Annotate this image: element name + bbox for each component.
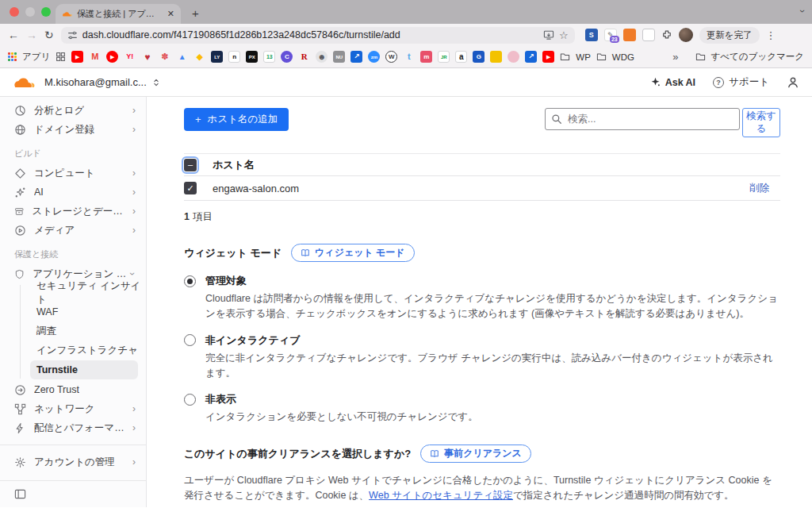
bookmark-folder-wdg[interactable]: WDG [612, 52, 634, 62]
sidebar-item-storage[interactable]: ストレージとデータベース› [0, 202, 146, 221]
arrow-blue-icon-2[interactable]: ↗ [525, 51, 537, 63]
bookmark-folder-wp[interactable]: WP [576, 52, 591, 62]
profile-avatar[interactable] [679, 28, 693, 42]
radio-option-noninteractive: 非インタラクティブ 完全に非インタラクティブなチャレンジです。ブラウザ チャレン… [184, 333, 780, 381]
ask-ai-button[interactable]: Ask AI [650, 77, 695, 88]
all-bookmarks-label[interactable]: すべてのブックマーク [711, 51, 804, 63]
amazon-icon[interactable]: a [455, 51, 467, 63]
cloudflare-favicon [62, 10, 72, 17]
radio-label: 非表示 [205, 392, 236, 406]
search-button[interactable]: 検索する [742, 108, 780, 137]
extension-notes-icon[interactable] [642, 29, 655, 41]
arrow-blue-icon[interactable]: ↗ [350, 51, 362, 63]
add-host-button[interactable]: + ホスト名の追加 [184, 108, 289, 131]
sidebar-item-delivery[interactable]: 配信とパフォーマンス› [0, 418, 146, 437]
heart-icon[interactable]: ♥ [141, 51, 153, 63]
tab-close-icon[interactable]: ✕ [167, 9, 174, 19]
column-header-hostname: ホスト名 [213, 158, 255, 172]
radio-label: 非インタラクティブ [205, 333, 300, 348]
jr-icon[interactable]: JR [438, 51, 450, 63]
nu-icon[interactable]: NU [333, 51, 345, 63]
note-icon[interactable]: n [228, 51, 240, 63]
bookmarks-overflow-icon[interactable]: » [672, 51, 678, 63]
sidebar-item-zero-trust[interactable]: Zero Trust [0, 380, 146, 399]
preclearance-doc-badge[interactable]: 事前クリアランス [420, 444, 531, 463]
user-icon[interactable] [787, 76, 799, 89]
diamond-icon [14, 167, 26, 179]
help-icon: ? [713, 77, 724, 88]
yellow-icon[interactable] [490, 51, 502, 63]
sidebar-subgroup: セキュリティ インサイト WAF 調査 インフラストラクチャ Turnstile [0, 283, 146, 380]
widget-mode-doc-badge[interactable]: ウィジェット モード [291, 244, 415, 262]
zoom-window-button[interactable] [41, 7, 51, 17]
site-settings-icon[interactable] [67, 30, 78, 40]
g-blue-icon[interactable]: G [473, 51, 485, 63]
radio-managed[interactable] [184, 275, 196, 287]
row-checkbox[interactable]: ✓ [184, 182, 197, 194]
security-settings-link[interactable]: Web サイトのセキュリティ設定 [369, 490, 513, 501]
browser-tab[interactable]: 保護と接続 | アプリケーション セ ✕ [56, 4, 181, 24]
wordpress-icon[interactable]: W [385, 51, 397, 63]
rakuten-icon[interactable]: R [298, 51, 310, 63]
sidebar-item-investigate[interactable]: 調査 [0, 321, 146, 341]
grid-icon[interactable] [56, 52, 66, 62]
cast-icon[interactable] [543, 30, 554, 40]
cloudflare-logo [13, 75, 36, 89]
account-chevron-icon[interactable] [152, 77, 160, 88]
youtube-icon-2[interactable]: ▶ [542, 51, 554, 63]
ly-icon[interactable]: LY [211, 51, 223, 63]
extensions-puzzle-icon[interactable] [661, 29, 672, 40]
extension-pen-icon[interactable]: ✎23 [604, 29, 617, 41]
flower-icon[interactable]: ✽ [159, 51, 170, 63]
apps-grid-icon[interactable] [8, 52, 17, 61]
search-input[interactable] [545, 108, 740, 130]
youtube-round-icon[interactable]: ▶ [106, 51, 118, 63]
google-photos-icon[interactable]: ◆ [193, 51, 205, 63]
browser-menu-icon[interactable]: ⋮ [766, 29, 776, 41]
face-icon[interactable]: ☻ [316, 51, 327, 63]
zoom-icon[interactable]: zm [368, 51, 380, 63]
sidebar-item-network[interactable]: ネットワーク› [0, 399, 146, 418]
delete-link[interactable]: 削除 [749, 182, 780, 195]
radio-invisible[interactable] [184, 394, 196, 406]
back-icon[interactable]: ← [8, 29, 19, 40]
c-circle-icon[interactable]: C [281, 51, 293, 63]
support-button[interactable]: ? サポート [713, 75, 769, 89]
bookmark-star-icon[interactable]: ☆ [559, 29, 569, 41]
sidebar-item-security-insights[interactable]: セキュリティ インサイト [0, 283, 146, 302]
thirteen-icon[interactable]: 13 [263, 51, 275, 63]
sidebar-item-turnstile[interactable]: Turnstile [30, 360, 138, 379]
sidebar-item-compute[interactable]: コンピュート› [0, 164, 146, 183]
collapse-panel-icon [14, 488, 26, 500]
sidebar-item-media[interactable]: メディア› [0, 221, 146, 240]
yahoo-japan-icon[interactable]: Y! [124, 51, 136, 63]
tab-search-chevron-icon[interactable]: › [797, 10, 808, 13]
google-drive-icon[interactable]: ▲ [176, 51, 188, 63]
select-all-checkbox[interactable]: – [184, 159, 197, 171]
apps-label[interactable]: アプリ [22, 51, 50, 63]
youtube-icon[interactable]: ▶ [71, 51, 83, 63]
account-switcher[interactable]: M.kisohara@gmail.c... [44, 76, 147, 88]
radio-noninteractive[interactable] [184, 334, 196, 346]
pink-circle-icon[interactable] [508, 51, 519, 63]
sidebar-collapse-button[interactable] [0, 480, 146, 507]
sidebar-item-domains[interactable]: ドメイン登録› [0, 120, 146, 139]
reload-icon[interactable]: ↻ [44, 29, 54, 40]
extension-flame-icon[interactable] [623, 29, 636, 41]
sidebar-item-account-manage[interactable]: アカウントの管理› [0, 452, 146, 471]
gmail-icon[interactable]: M [89, 51, 101, 63]
px-icon[interactable]: PX [246, 51, 258, 63]
twitter-icon[interactable]: t [403, 51, 415, 63]
sidebar-item-ai[interactable]: AI› [0, 183, 146, 202]
close-window-button[interactable] [10, 7, 19, 17]
m-pink-icon[interactable]: m [420, 51, 432, 63]
minimize-window-button[interactable] [25, 7, 35, 17]
update-chrome-button[interactable]: 更新を完了 [699, 27, 760, 44]
url-text[interactable]: dash.cloudflare.com/f417190865f1d286b123… [82, 29, 538, 40]
forward-icon: → [26, 29, 37, 40]
sidebar-item-infrastructure[interactable]: インフラストラクチャ [0, 341, 146, 360]
extension-s-icon[interactable]: S [585, 29, 598, 41]
omnibox[interactable]: dash.cloudflare.com/f417190865f1d286b123… [61, 27, 575, 44]
new-tab-button[interactable]: + [192, 6, 199, 20]
sidebar-item-analytics[interactable]: 分析とログ› [0, 101, 146, 120]
